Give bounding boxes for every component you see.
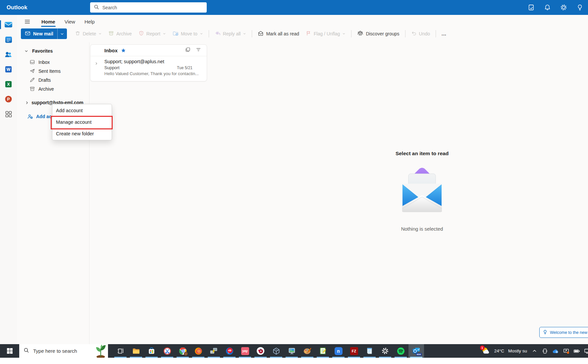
- welcome-toast[interactable]: Welcome to the new Ou: [539, 327, 588, 338]
- archive-button[interactable]: Archive: [105, 28, 135, 39]
- svg-text:P: P: [7, 97, 10, 102]
- notifications-bell-icon[interactable]: [544, 4, 551, 11]
- my-day-icon[interactable]: [527, 4, 535, 11]
- taskbar-yay-icon[interactable]: yay: [237, 344, 253, 358]
- tab-view[interactable]: View: [60, 16, 80, 27]
- folder-sent-items[interactable]: Sent Items: [17, 67, 89, 75]
- move-to-button[interactable]: Move to: [169, 28, 206, 39]
- tray-onedrive-icon[interactable]: [552, 348, 559, 354]
- tray-temperature[interactable]: 24°C: [494, 348, 504, 353]
- new-mail-dropdown[interactable]: [57, 28, 67, 39]
- tray-chevron-up-icon[interactable]: [531, 348, 538, 354]
- taskbar-display-viewer-icon[interactable]: [284, 344, 299, 358]
- nimbus-label: n: [335, 347, 343, 355]
- taskbar-firefox-icon[interactable]: [190, 344, 206, 358]
- tray-battery-icon[interactable]: [573, 348, 580, 354]
- taskbar-outlook-new-icon[interactable]: NEW: [408, 344, 424, 358]
- rail-calendar-icon[interactable]: [0, 32, 17, 47]
- mark-all-as-read-button[interactable]: Mark all as read: [254, 28, 302, 39]
- rail-powerpoint-icon[interactable]: P: [0, 92, 17, 107]
- reading-pane-empty-state: Select an item to read Nothing is select…: [372, 151, 472, 232]
- taskbar-thunderbird-icon[interactable]: 49: [222, 344, 237, 358]
- mail-read-icon: [258, 30, 264, 37]
- undo-button[interactable]: Undo: [408, 28, 433, 39]
- favorite-star-icon[interactable]: [121, 48, 126, 53]
- folder-drafts[interactable]: Drafts: [17, 75, 89, 84]
- folder-pane: Favorites Inbox Sent Items Drafts Archiv…: [17, 42, 89, 344]
- more-options-button[interactable]: ...: [438, 28, 450, 39]
- tray-weather-condition[interactable]: Mostly su: [508, 348, 527, 353]
- desktop-white-strip: [0, 358, 588, 364]
- favorites-header[interactable]: Favorites: [17, 46, 89, 56]
- hamburger-menu-icon[interactable]: [22, 16, 33, 27]
- taskbar-snipping-tool-icon[interactable]: [159, 344, 175, 358]
- taskbar-spotify-icon[interactable]: [393, 344, 408, 358]
- tips-lightbulb-icon[interactable]: [576, 4, 583, 11]
- rail-mail-icon[interactable]: [0, 17, 17, 32]
- rail-word-icon[interactable]: W: [0, 62, 17, 77]
- tray-network-icon[interactable]: [584, 348, 588, 354]
- weather-widget-icon[interactable]: 1: [481, 346, 490, 355]
- ribbon-divider: [209, 30, 209, 37]
- filter-icon[interactable]: [196, 47, 201, 54]
- folder-inbox[interactable]: Inbox: [17, 58, 89, 67]
- taskbar-file-explorer-icon[interactable]: [128, 344, 144, 358]
- folder-archive[interactable]: Archive: [17, 84, 89, 93]
- taskbar-dev-box-icon[interactable]: [268, 344, 284, 358]
- taskbar-slack-icon[interactable]: +: [253, 344, 268, 358]
- rail-people-icon[interactable]: [0, 47, 17, 62]
- taskbar-paint-icon[interactable]: [299, 344, 315, 358]
- weather-alert-badge: 1: [480, 345, 485, 350]
- taskbar-search-input[interactable]: [32, 348, 89, 354]
- tab-home[interactable]: Home: [37, 16, 60, 27]
- people-group-icon: [357, 30, 363, 37]
- tray-your-phone-icon[interactable]: [542, 348, 548, 354]
- menu-item-add-account[interactable]: Add account: [52, 105, 112, 116]
- email-list-item[interactable]: Support; support@aplus.net Support Tue 5…: [90, 56, 207, 76]
- delete-button[interactable]: Delete: [72, 28, 105, 39]
- empty-state-subtitle: Nothing is selected: [372, 226, 472, 232]
- start-button[interactable]: [0, 344, 19, 358]
- taskbar-task-view-icon[interactable]: [113, 344, 128, 358]
- archive-box-icon: [29, 86, 35, 92]
- select-messages-icon[interactable]: [185, 47, 190, 54]
- taskbar-settings-gear-icon[interactable]: [377, 344, 393, 358]
- folder-move-icon: [173, 30, 179, 37]
- menu-item-create-new-folder[interactable]: Create new folder: [52, 128, 112, 139]
- discover-groups-button[interactable]: Discover groups: [354, 28, 402, 39]
- ribbon-divider: [351, 30, 351, 37]
- send-plane-icon: [29, 68, 35, 74]
- windows-taskbar: 49 yay + n FZ: [0, 344, 588, 358]
- chevron-down-icon: [200, 32, 203, 35]
- chevron-down-icon: [243, 32, 246, 35]
- search-bar[interactable]: [90, 2, 207, 13]
- taskbar-search[interactable]: [19, 344, 108, 358]
- tab-help[interactable]: Help: [80, 16, 99, 27]
- search-input[interactable]: [102, 5, 203, 11]
- reply-all-button[interactable]: Reply all: [211, 28, 250, 39]
- settings-gear-icon[interactable]: [560, 4, 567, 11]
- new-mail-button[interactable]: New mail: [21, 28, 67, 39]
- app-title: Outlook: [7, 0, 27, 15]
- report-button[interactable]: Report: [135, 28, 169, 39]
- slack-plus-badge: +: [259, 349, 263, 353]
- taskbar-notepad-plus-plus-icon[interactable]: [315, 344, 331, 358]
- menu-item-manage-account[interactable]: Manage account: [52, 116, 112, 128]
- email-preview: Hello Valued Customer, Thank you for con…: [104, 71, 201, 76]
- chevron-right-icon: [24, 100, 30, 106]
- taskbar-nimbus-note-icon[interactable]: n: [331, 344, 346, 358]
- flag-unflag-button[interactable]: Flag / Unflag: [302, 28, 349, 39]
- search-highlight-sprout-icon[interactable]: [94, 342, 107, 358]
- rail-excel-icon[interactable]: X: [0, 77, 17, 92]
- taskbar-chrome-icon[interactable]: [175, 344, 190, 358]
- reply-all-icon: [215, 30, 221, 37]
- taskbar-notepad-icon[interactable]: [362, 344, 377, 358]
- taskbar-filezilla-icon[interactable]: FZ: [346, 344, 362, 358]
- tray-cast-screen-icon[interactable]: [563, 348, 569, 354]
- chevron-down-icon: [342, 32, 346, 35]
- taskbar-microsoft-store-icon[interactable]: [144, 344, 159, 358]
- email-sender: Support: [104, 65, 120, 70]
- rail-more-apps-icon[interactable]: [0, 107, 17, 121]
- expand-chevron-icon[interactable]: [95, 61, 98, 67]
- taskbar-remote-desktop-icon[interactable]: [206, 344, 222, 358]
